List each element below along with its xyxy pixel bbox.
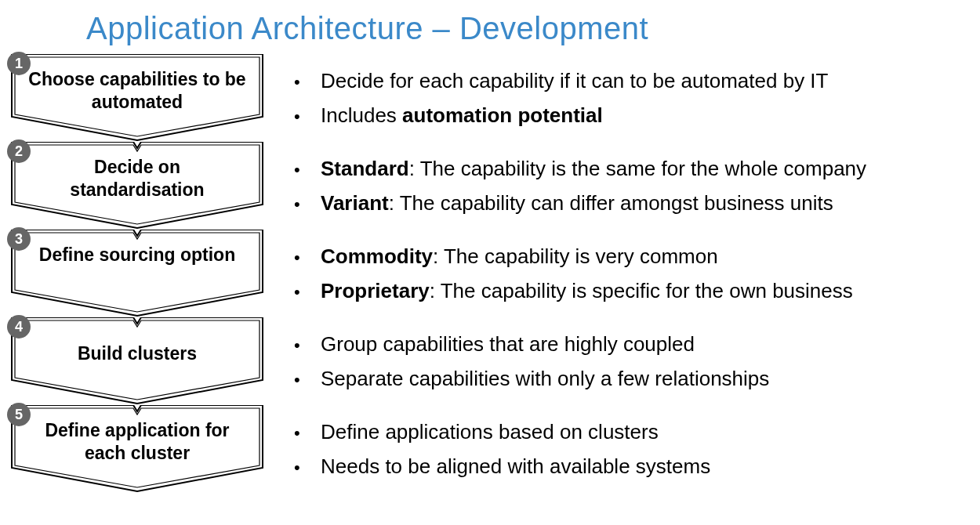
bullet-text: Proprietary: The capability is specific … (321, 278, 853, 304)
bullet-group-4: •Group capabilities that are highly coup… (294, 317, 980, 405)
bullet-dot-icon: • (294, 71, 321, 93)
bullet-text: Includes automation potential (321, 103, 603, 129)
bullet-item: •Group capabilities that are highly coup… (294, 331, 980, 357)
content-row: 1Choose capabilities to be automated 2De… (0, 54, 980, 493)
bullet-dot-icon: • (294, 194, 321, 215)
bullet-group-1: •Decide for each capability if it can to… (294, 54, 980, 142)
bullet-dot-icon: • (294, 159, 321, 181)
step-label: Build clusters (8, 342, 267, 365)
bullet-dot-icon: • (294, 369, 321, 391)
bullet-item: •Variant: The capability can differ amon… (294, 190, 980, 216)
step-label: Define sourcing option (8, 244, 267, 266)
step-label: Define application for each cluster (8, 419, 267, 465)
bullet-dot-icon: • (294, 335, 321, 357)
bullet-text: Standard: The capability is the same for… (321, 156, 866, 182)
bullet-text: Variant: The capability can differ among… (321, 190, 833, 216)
bullet-text: Separate capabilities with only a few re… (321, 366, 769, 392)
bullet-dot-icon: • (294, 281, 321, 303)
page-title: Application Architecture – Development (0, 0, 980, 54)
bullet-group-3: •Commodity: The capability is very commo… (294, 230, 980, 317)
bullet-group-5: •Define applications based on clusters•N… (294, 405, 980, 493)
bullet-dot-icon: • (294, 422, 321, 444)
bullet-text: Commodity: The capability is very common (321, 244, 718, 270)
bullet-text: Decide for each capability if it can to … (321, 68, 828, 94)
bullet-item: •Standard: The capability is the same fo… (294, 156, 980, 182)
bullet-item: •Commodity: The capability is very commo… (294, 244, 980, 270)
bullet-item: •Decide for each capability if it can to… (294, 68, 980, 94)
step-3: 3Define sourcing option (8, 230, 270, 308)
bullet-group-2: •Standard: The capability is the same fo… (294, 142, 980, 230)
bullets-column: •Decide for each capability if it can to… (270, 54, 980, 493)
step-1: 1Choose capabilities to be automated (8, 54, 270, 132)
bullet-item: •Needs to be aligned with available syst… (294, 454, 980, 480)
step-label: Choose capabilities to be automated (8, 68, 267, 114)
bullet-text: Needs to be aligned with available syste… (321, 454, 710, 480)
bullet-dot-icon: • (294, 247, 321, 269)
bullet-dot-icon: • (294, 106, 321, 128)
bullet-item: •Define applications based on clusters (294, 419, 980, 445)
bullet-dot-icon: • (294, 457, 321, 479)
steps-column: 1Choose capabilities to be automated 2De… (8, 54, 270, 493)
bullet-text: Define applications based on clusters (321, 419, 659, 445)
step-badge: 4 (7, 315, 31, 339)
step-2: 2Decide on standardisation (8, 142, 270, 220)
bullet-text: Group capabilities that are highly coupl… (321, 331, 695, 357)
bullet-item: •Includes automation potential (294, 103, 980, 129)
bullet-item: •Separate capabilities with only a few r… (294, 366, 980, 392)
step-4: 4Build clusters (8, 317, 270, 396)
step-label: Decide on standardisation (8, 156, 267, 201)
bullet-item: •Proprietary: The capability is specific… (294, 278, 980, 304)
step-5: 5Define application for each cluster (8, 405, 270, 483)
